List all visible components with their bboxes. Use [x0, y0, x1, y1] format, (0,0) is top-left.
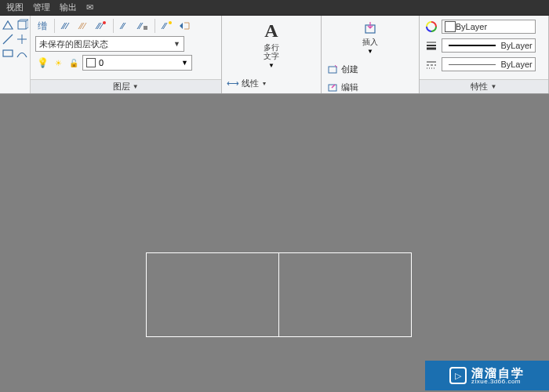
menu-output[interactable]: 输出 — [60, 2, 77, 13]
linear-dim-button[interactable]: ⟷ 线性 ▾ — [227, 75, 316, 91]
panel-block: 插入 ▼ 创建 编辑 编辑属性 ▾ 块▼ — [322, 16, 420, 93]
text-a-icon: A — [264, 20, 278, 42]
lineweight-icon[interactable] — [424, 38, 438, 53]
bulb-icon[interactable]: 💡 — [35, 56, 49, 70]
chevron-down-icon: ▼ — [173, 40, 180, 48]
svg-rect-4 — [144, 26, 147, 30]
layer-freeze-icon[interactable] — [118, 19, 133, 33]
lineweight-preview — [449, 45, 496, 46]
rect-tool-icon[interactable] — [2, 47, 14, 60]
color-wheel-icon[interactable] — [424, 20, 438, 34]
menu-view[interactable]: 视图 — [6, 2, 24, 13]
svg-rect-7 — [329, 67, 336, 73]
svg-point-5 — [169, 21, 172, 24]
mtext-button[interactable]: A 多行 文字 ▼ — [227, 19, 316, 71]
panel-title-layers[interactable]: 图层▼ — [31, 79, 221, 93]
ribbon: 缯 未保存的图层状态 ▼ 💡 ☀ 🔓 — [0, 16, 549, 94]
lock-icon[interactable]: 🔓 — [67, 56, 81, 70]
drawing-canvas[interactable]: ▷ 溜溜自学 zixue.3d66.com — [0, 94, 549, 392]
layer-lock-icon[interactable] — [136, 19, 150, 33]
color-swatch — [445, 21, 456, 32]
panel-annotation: A 多行 文字 ▼ ⟷ 线性 ▾ ↙° 多重引线 ▾ ▦ 表格 — [222, 16, 322, 93]
layer-iso-icon[interactable] — [77, 19, 91, 33]
linetype-icon[interactable] — [424, 57, 438, 71]
panel-properties: ByLayer ByLayer ByLayer 特性▼ — [420, 16, 549, 93]
dimension-icon: ⟷ — [227, 77, 239, 89]
mail-icon[interactable]: ✉ — [86, 2, 93, 13]
color-dropdown[interactable]: ByLayer — [442, 20, 536, 34]
svg-line-1 — [3, 34, 13, 44]
chevron-down-icon: ▼ — [268, 62, 274, 69]
drawn-rectangles — [146, 252, 412, 337]
insert-block-button[interactable]: 插入 ▼ — [326, 19, 414, 56]
sun-icon[interactable]: ☀ — [51, 56, 65, 70]
perp-tool-icon[interactable] — [16, 33, 28, 45]
triangle-tool-icon[interactable] — [2, 19, 14, 31]
create-block-button[interactable]: 创建 — [326, 61, 414, 77]
draw-tools — [0, 16, 31, 93]
menu-bar: 视图 管理 输出 ✉ — [0, 0, 549, 16]
arc-tool-icon[interactable] — [16, 47, 28, 60]
svg-point-3 — [103, 21, 106, 24]
svg-rect-0 — [18, 21, 26, 29]
chevron-down-icon: ▼ — [490, 83, 496, 90]
svg-rect-2 — [3, 50, 13, 56]
layer-states-icon[interactable]: 缯 — [35, 19, 49, 33]
chevron-down-icon: ▾ — [263, 80, 266, 87]
watermark: ▷ 溜溜自学 zixue.3d66.com — [425, 361, 549, 390]
current-layer-dropdown[interactable]: 0 ▼ — [82, 55, 192, 71]
chevron-down-icon: ▼ — [181, 59, 188, 67]
insert-icon — [362, 20, 378, 36]
chevron-down-icon: ▼ — [367, 48, 373, 55]
layer-color-swatch — [86, 58, 96, 67]
linetype-dropdown[interactable]: ByLayer — [442, 57, 536, 71]
layer-match-icon[interactable] — [160, 19, 174, 33]
edit-block-icon — [326, 81, 339, 93]
panel-title-properties[interactable]: 特性▼ — [420, 79, 548, 93]
layer-state-dropdown[interactable]: 未保存的图层状态 ▼ — [35, 36, 184, 52]
edit-block-button[interactable]: 编辑 — [326, 79, 414, 95]
layer-off-icon[interactable] — [94, 19, 108, 33]
lineweight-dropdown[interactable]: ByLayer — [442, 38, 536, 53]
cube-tool-icon[interactable] — [16, 19, 28, 31]
layer-filter-icon[interactable] — [60, 19, 74, 33]
linetype-preview — [449, 64, 496, 65]
layer-prev-icon[interactable] — [177, 19, 191, 33]
chevron-down-icon: ▼ — [133, 83, 139, 90]
menu-manage[interactable]: 管理 — [33, 2, 50, 13]
panel-layers: 缯 未保存的图层状态 ▼ 💡 ☀ 🔓 — [31, 16, 222, 93]
play-icon: ▷ — [449, 367, 467, 384]
create-block-icon — [326, 63, 339, 75]
line-tool-icon[interactable] — [2, 33, 14, 45]
